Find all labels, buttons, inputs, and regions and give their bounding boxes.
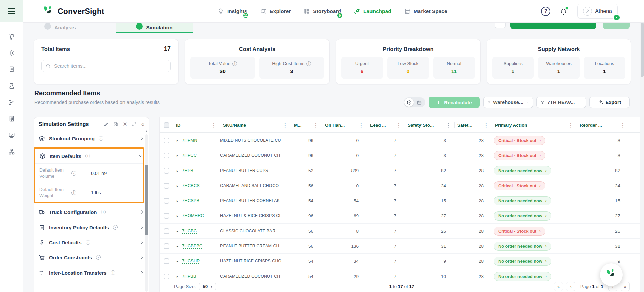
rail-gear-icon[interactable]: [8, 50, 15, 56]
primary-action-pill[interactable]: Critical - Stock out›: [494, 181, 545, 190]
clipped-primary-button[interactable]: [510, 22, 596, 29]
col-header-m[interactable]: M... ⋮: [291, 117, 322, 133]
prev-page-button[interactable]: ‹: [566, 282, 575, 291]
save-icon[interactable]: [113, 121, 118, 127]
clipped-toolbar-button[interactable]: [495, 22, 506, 28]
row-checkbox[interactable]: [164, 228, 169, 234]
item-id-link[interactable]: 7HPMN: [182, 138, 197, 143]
setting-section-inventory-policy-defaults[interactable]: Inventory Policy Defaults i: [34, 220, 144, 235]
row-checkbox[interactable]: [164, 183, 169, 189]
item-id-link[interactable]: 7HCSHR: [182, 258, 200, 264]
item-filter-dropdown[interactable]: 7TH HEAV...: [536, 97, 586, 108]
box-view-toggle[interactable]: [404, 98, 414, 107]
col-header-name[interactable]: SKU/Name ⋮: [220, 117, 291, 133]
page-size-select[interactable]: 50 ▾: [199, 283, 216, 290]
col-header-safety_stock[interactable]: Safety Sto... ⋮: [405, 117, 455, 133]
table-row[interactable]: ▸ 7HPBB CARAMELIZED COCONUT CH 54 29 7 1…: [160, 269, 644, 281]
primary-action-pill[interactable]: Critical - Stock out›: [494, 136, 545, 145]
brand-logo[interactable]: ConverSight: [42, 5, 104, 18]
rail-branch-icon[interactable]: [8, 99, 15, 106]
panel-scrollbar-thumb[interactable]: [145, 165, 148, 235]
primary-action-pill[interactable]: Critical - Stock out›: [494, 227, 545, 236]
tab-analysis[interactable]: Analysis: [44, 22, 76, 33]
rail-flask-icon[interactable]: [8, 83, 15, 89]
column-menu-icon[interactable]: ⋮: [395, 122, 402, 128]
user-menu-button[interactable]: Athena ▼: [577, 4, 618, 19]
item-id-link[interactable]: 7HCBCS: [182, 183, 200, 188]
row-checkbox[interactable]: [164, 243, 169, 249]
rail-dolly-icon[interactable]: [8, 33, 15, 40]
warehouse-filter-dropdown[interactable]: Warehouse...: [483, 97, 533, 108]
row-checkbox[interactable]: [164, 274, 169, 279]
select-all-checkbox[interactable]: [164, 122, 169, 128]
setting-section-cost-defaults[interactable]: Cost Defaults i: [34, 235, 144, 250]
expand-row-icon[interactable]: ▸: [177, 214, 178, 218]
edit-pencil-icon[interactable]: [103, 121, 109, 127]
primary-action-pill[interactable]: No order needed now›: [494, 166, 551, 175]
col-header-reorder[interactable]: Reorder ... ⋮: [577, 117, 629, 133]
column-menu-icon[interactable]: ⋮: [483, 122, 490, 128]
nav-market-space[interactable]: Market Space: [404, 8, 447, 15]
table-row[interactable]: ▸ 7HCSHR HAZELNUT RICE CRISPS CHO 54 34 …: [160, 254, 644, 269]
item-id-link[interactable]: 7HPBB: [182, 274, 196, 279]
nav-launchpad[interactable]: Launchpad: [354, 8, 391, 15]
expand-row-icon[interactable]: ▸: [177, 199, 178, 203]
expand-icon[interactable]: [132, 121, 137, 127]
item-id-link[interactable]: 7HCSPB: [182, 198, 199, 203]
collapse-panel-icon[interactable]: «: [141, 121, 144, 127]
table-row[interactable]: ▸ 7HCBPBC PEANUT BUTTER CREAM CH 56 136 …: [160, 239, 644, 254]
column-menu-icon[interactable]: ⋮: [567, 122, 574, 128]
setting-section-stockout-grouping[interactable]: Stockout Grouping i: [34, 131, 144, 146]
hamburger-menu-icon[interactable]: [8, 8, 15, 14]
item-id-link[interactable]: 7HPCC: [182, 153, 197, 158]
setting-section-order-constraints[interactable]: Order Constraints i: [34, 250, 144, 265]
recalculate-button[interactable]: Recalculate: [429, 97, 480, 108]
primary-action-pill[interactable]: No order needed now›: [494, 196, 551, 205]
table-row[interactable]: ▸ 7HCSPB PEANUT BUTTER CORNFLAK 54 54 7 …: [160, 193, 644, 208]
export-button[interactable]: Export: [589, 97, 630, 108]
column-menu-icon[interactable]: ⋮: [210, 122, 217, 128]
last-page-button[interactable]: »: [621, 282, 630, 291]
column-menu-icon[interactable]: ⋮: [619, 122, 626, 128]
field-value[interactable]: 1 lbs: [81, 190, 140, 195]
expand-row-icon[interactable]: ▸: [177, 139, 178, 142]
rail-receipt-icon[interactable]: [8, 66, 15, 73]
nav-storyboard[interactable]: Storyboard 5: [303, 8, 341, 15]
rail-building-icon[interactable]: [8, 115, 15, 122]
primary-action-pill[interactable]: Critical - Stock out›: [494, 151, 545, 160]
column-menu-icon[interactable]: ⋮: [445, 122, 452, 128]
tab-simulation[interactable]: Simulation: [116, 22, 193, 33]
clipped-secondary-button[interactable]: [603, 22, 630, 29]
row-checkbox[interactable]: [164, 138, 169, 143]
calendar-view-toggle[interactable]: [414, 98, 424, 107]
row-checkbox[interactable]: [164, 168, 169, 174]
item-id-link[interactable]: 7HPB: [182, 168, 193, 173]
item-id-link[interactable]: 7HCBPBC: [182, 243, 202, 249]
expand-row-icon[interactable]: ▸: [177, 259, 178, 263]
expand-row-icon[interactable]: ▸: [177, 184, 178, 188]
setting-section-truck-configuration[interactable]: Truck Configuration i: [34, 205, 144, 220]
nav-explorer[interactable]: Explorer: [260, 8, 291, 15]
field-value[interactable]: 0.01 m³: [81, 171, 140, 176]
nav-insights[interactable]: Insights 11: [217, 8, 247, 15]
notifications-bell-icon[interactable]: [560, 7, 568, 15]
table-row[interactable]: ▸ 7HCBC CLASSIC CHOCOLATE BAR 56 8 7 26 …: [160, 224, 644, 239]
primary-action-pill[interactable]: No order needed now›: [494, 211, 551, 221]
column-menu-icon[interactable]: ⋮: [282, 122, 289, 128]
setting-section-item-defaults[interactable]: Item Defaults i: [35, 149, 143, 164]
col-header-action[interactable]: Primary Action ⋮: [492, 117, 577, 133]
table-row[interactable]: ▸ 7HPMN MIXED NUTS CHOCOLATE CU 96 0 7 3…: [160, 133, 644, 148]
table-row[interactable]: ▸ 7HPB PEANUT BUTTER CUPS 52 899 7 82 28…: [160, 163, 644, 178]
table-row[interactable]: ▸ 7HOMHRC HAZELNUT & RICE CRISPS CI 96 6…: [160, 208, 644, 224]
primary-action-pill[interactable]: No order needed now›: [494, 272, 551, 281]
table-row[interactable]: ▸ 7HPCC CARAMELIZED COCONUT CH 96 0 7 3 …: [160, 148, 644, 163]
expand-row-icon[interactable]: ▸: [177, 244, 178, 248]
page-scrollbar-track[interactable]: [640, 22, 644, 292]
primary-action-pill[interactable]: No order needed now›: [494, 257, 551, 266]
help-icon[interactable]: ?: [541, 7, 550, 16]
rail-monitor-icon[interactable]: [8, 132, 15, 139]
expand-row-icon[interactable]: ▸: [177, 154, 178, 157]
row-checkbox[interactable]: [164, 153, 169, 158]
col-header-id[interactable]: ID ⋮: [173, 117, 220, 133]
primary-action-pill[interactable]: No order needed now›: [494, 242, 551, 251]
